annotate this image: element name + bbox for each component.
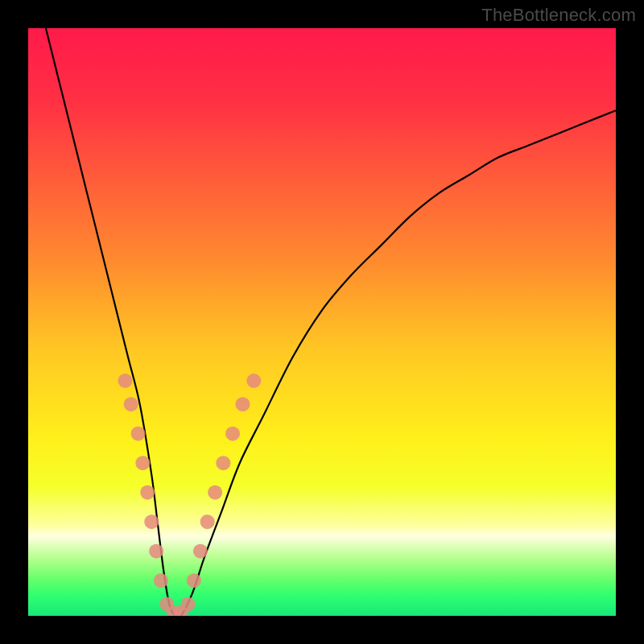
data-marker [149,544,163,559]
data-marker [225,427,240,441]
data-marker [216,456,230,470]
watermark-text: TheBottleneck.com [481,5,636,26]
data-marker [235,397,250,411]
data-marker [140,485,155,500]
data-marker [131,427,146,441]
data-marker [154,573,168,588]
data-marker [118,374,132,388]
data-markers [118,374,261,616]
bottleneck-curve [46,28,616,616]
data-marker [200,514,215,529]
data-marker [246,374,261,388]
data-marker [193,544,208,559]
plot-frame [28,28,616,616]
data-marker [208,485,222,500]
plot-overlay [28,28,616,616]
data-marker [135,456,150,470]
data-marker [187,573,201,588]
data-marker [181,597,196,611]
data-marker [144,514,159,529]
data-marker [124,397,138,411]
